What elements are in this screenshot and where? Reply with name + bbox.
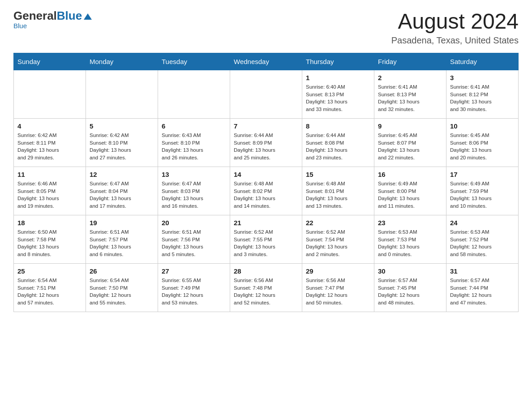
day-sun-info: Sunrise: 6:41 AM Sunset: 8:13 PM Dayligh… [378,83,442,113]
calendar-day-cell: 26Sunrise: 6:54 AM Sunset: 7:50 PM Dayli… [86,264,158,312]
day-number: 18 [17,219,82,227]
logo-general-text: General [13,9,57,23]
title-area: August 2024 Pasadena, Texas, United Stat… [391,9,519,46]
day-number: 16 [378,171,442,178]
day-number: 31 [450,267,515,275]
calendar-day-cell: 4Sunrise: 6:42 AM Sunset: 8:11 PM Daylig… [14,119,86,167]
month-year-title: August 2024 [391,9,519,34]
day-number: 24 [450,219,515,227]
day-number: 15 [306,171,370,178]
day-number: 30 [378,267,442,275]
day-sun-info: Sunrise: 6:42 AM Sunset: 8:11 PM Dayligh… [17,132,82,162]
day-number: 3 [450,74,515,81]
calendar-day-cell: 24Sunrise: 6:53 AM Sunset: 7:52 PM Dayli… [446,215,519,264]
calendar-day-cell: 11Sunrise: 6:46 AM Sunset: 8:05 PM Dayli… [14,167,86,215]
calendar-day-cell: 10Sunrise: 6:45 AM Sunset: 8:06 PM Dayli… [446,119,519,167]
calendar-day-cell: 13Sunrise: 6:47 AM Sunset: 8:03 PM Dayli… [158,167,230,215]
day-number: 19 [90,219,154,227]
day-number: 25 [17,267,82,275]
day-number: 9 [378,122,442,130]
day-number: 14 [234,171,298,178]
day-number: 17 [450,171,515,178]
day-number: 7 [234,122,298,130]
calendar-day-cell: 19Sunrise: 6:51 AM Sunset: 7:57 PM Dayli… [86,215,158,264]
day-sun-info: Sunrise: 6:54 AM Sunset: 7:50 PM Dayligh… [90,277,154,307]
calendar-day-cell: 12Sunrise: 6:47 AM Sunset: 8:04 PM Dayli… [86,167,158,215]
day-sun-info: Sunrise: 6:53 AM Sunset: 7:52 PM Dayligh… [450,228,515,258]
logo-blue-text: Blue [57,9,82,23]
day-sun-info: Sunrise: 6:44 AM Sunset: 8:08 PM Dayligh… [306,132,370,162]
weekday-header-cell: Saturday [446,53,519,70]
day-sun-info: Sunrise: 6:48 AM Sunset: 8:01 PM Dayligh… [306,180,370,210]
calendar-day-cell: 6Sunrise: 6:43 AM Sunset: 8:10 PM Daylig… [158,119,230,167]
calendar-day-cell: 20Sunrise: 6:51 AM Sunset: 7:56 PM Dayli… [158,215,230,264]
day-number: 6 [162,122,226,130]
day-sun-info: Sunrise: 6:56 AM Sunset: 7:48 PM Dayligh… [234,277,298,307]
calendar-day-cell: 29Sunrise: 6:56 AM Sunset: 7:47 PM Dayli… [302,264,374,312]
logo-tagline: Blue [13,22,27,30]
day-sun-info: Sunrise: 6:44 AM Sunset: 8:09 PM Dayligh… [234,132,298,162]
weekday-header-cell: Wednesday [230,53,302,70]
calendar-day-cell: 9Sunrise: 6:45 AM Sunset: 8:07 PM Daylig… [374,119,446,167]
calendar-day-cell: 5Sunrise: 6:42 AM Sunset: 8:10 PM Daylig… [86,119,158,167]
calendar-day-cell: 23Sunrise: 6:53 AM Sunset: 7:53 PM Dayli… [374,215,446,264]
calendar-week-row: 18Sunrise: 6:50 AM Sunset: 7:58 PM Dayli… [14,215,519,264]
weekday-header-row: SundayMondayTuesdayWednesdayThursdayFrid… [14,53,519,70]
calendar-day-cell: 16Sunrise: 6:49 AM Sunset: 8:00 PM Dayli… [374,167,446,215]
calendar-day-cell: 28Sunrise: 6:56 AM Sunset: 7:48 PM Dayli… [230,264,302,312]
day-sun-info: Sunrise: 6:54 AM Sunset: 7:51 PM Dayligh… [17,277,82,307]
day-sun-info: Sunrise: 6:45 AM Sunset: 8:06 PM Dayligh… [450,132,515,162]
day-number: 2 [378,74,442,81]
svg-marker-0 [84,13,92,20]
day-sun-info: Sunrise: 6:48 AM Sunset: 8:02 PM Dayligh… [234,180,298,210]
calendar-table: SundayMondayTuesdayWednesdayThursdayFrid… [13,53,519,312]
weekday-header-cell: Thursday [302,53,374,70]
day-sun-info: Sunrise: 6:52 AM Sunset: 7:55 PM Dayligh… [234,228,298,258]
day-number: 11 [17,171,82,178]
weekday-header-cell: Sunday [14,53,86,70]
weekday-header-cell: Tuesday [158,53,230,70]
day-number: 12 [90,171,154,178]
day-number: 1 [306,74,370,81]
day-number: 27 [162,267,226,275]
logo-arrow-icon [83,12,93,21]
calendar-week-row: 11Sunrise: 6:46 AM Sunset: 8:05 PM Dayli… [14,167,519,215]
day-number: 4 [17,122,82,130]
day-sun-info: Sunrise: 6:51 AM Sunset: 7:56 PM Dayligh… [162,228,226,258]
calendar-day-cell: 15Sunrise: 6:48 AM Sunset: 8:01 PM Dayli… [302,167,374,215]
day-sun-info: Sunrise: 6:45 AM Sunset: 8:07 PM Dayligh… [378,132,442,162]
day-sun-info: Sunrise: 6:46 AM Sunset: 8:05 PM Dayligh… [17,180,82,210]
calendar-day-cell [230,70,302,119]
calendar-day-cell: 25Sunrise: 6:54 AM Sunset: 7:51 PM Dayli… [14,264,86,312]
day-sun-info: Sunrise: 6:56 AM Sunset: 7:47 PM Dayligh… [306,277,370,307]
day-sun-info: Sunrise: 6:55 AM Sunset: 7:49 PM Dayligh… [162,277,226,307]
day-number: 8 [306,122,370,130]
day-number: 13 [162,171,226,178]
day-sun-info: Sunrise: 6:42 AM Sunset: 8:10 PM Dayligh… [90,132,154,162]
calendar-day-cell: 8Sunrise: 6:44 AM Sunset: 8:08 PM Daylig… [302,119,374,167]
calendar-week-row: 4Sunrise: 6:42 AM Sunset: 8:11 PM Daylig… [14,119,519,167]
calendar-body: 1Sunrise: 6:40 AM Sunset: 8:13 PM Daylig… [14,70,519,312]
day-number: 5 [90,122,154,130]
day-sun-info: Sunrise: 6:57 AM Sunset: 7:44 PM Dayligh… [450,277,515,307]
calendar-day-cell: 17Sunrise: 6:49 AM Sunset: 7:59 PM Dayli… [446,167,519,215]
day-sun-info: Sunrise: 6:53 AM Sunset: 7:53 PM Dayligh… [378,228,442,258]
calendar-day-cell: 22Sunrise: 6:52 AM Sunset: 7:54 PM Dayli… [302,215,374,264]
day-number: 20 [162,219,226,227]
day-sun-info: Sunrise: 6:51 AM Sunset: 7:57 PM Dayligh… [90,228,154,258]
day-number: 22 [306,219,370,227]
day-sun-info: Sunrise: 6:49 AM Sunset: 8:00 PM Dayligh… [378,180,442,210]
calendar-week-row: 25Sunrise: 6:54 AM Sunset: 7:51 PM Dayli… [14,264,519,312]
day-sun-info: Sunrise: 6:43 AM Sunset: 8:10 PM Dayligh… [162,132,226,162]
day-number: 21 [234,219,298,227]
calendar-day-cell: 30Sunrise: 6:57 AM Sunset: 7:45 PM Dayli… [374,264,446,312]
day-sun-info: Sunrise: 6:52 AM Sunset: 7:54 PM Dayligh… [306,228,370,258]
calendar-day-cell: 14Sunrise: 6:48 AM Sunset: 8:02 PM Dayli… [230,167,302,215]
day-sun-info: Sunrise: 6:41 AM Sunset: 8:12 PM Dayligh… [450,83,515,113]
day-number: 10 [450,122,515,130]
logo-blue-part: Blue [57,9,93,23]
day-sun-info: Sunrise: 6:50 AM Sunset: 7:58 PM Dayligh… [17,228,82,258]
page-header: General Blue Blue August 2024 Pasadena, … [13,9,519,46]
calendar-week-row: 1Sunrise: 6:40 AM Sunset: 8:13 PM Daylig… [14,70,519,119]
calendar-day-cell: 3Sunrise: 6:41 AM Sunset: 8:12 PM Daylig… [446,70,519,119]
